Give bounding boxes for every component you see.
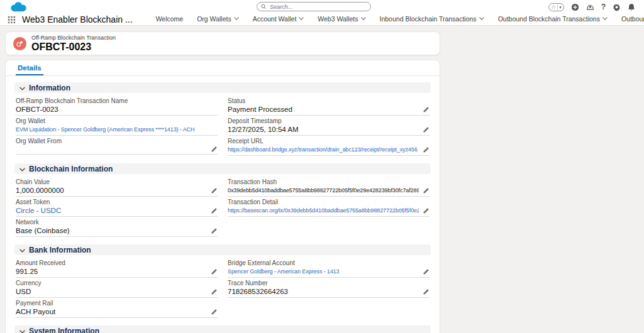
field-receipt-url: Receipt URLhttps://dashboard.bridge.xyz/… [228, 138, 430, 156]
plus-circle-icon [571, 3, 579, 11]
edit-chain-value-button[interactable] [207, 187, 218, 194]
app-launcher-button[interactable] [8, 16, 16, 24]
field-label: Currency [16, 280, 218, 287]
field-value: OFBCT-0023 [16, 106, 58, 114]
field-asset-token: Asset TokenCircle - USDC [16, 199, 218, 217]
field-value-row: 12/27/2025, 10:54 AM [228, 125, 430, 136]
chevron-down-icon [19, 327, 25, 333]
record-details-body: InformationOff-Ramp Blockchain Transacti… [6, 76, 440, 333]
field-label: Network [16, 219, 218, 226]
chevron-down-icon [19, 84, 25, 92]
tab-account-wallet[interactable]: Account Wallet [246, 14, 311, 26]
field-value-link[interactable]: Circle - USDC [16, 207, 61, 215]
field-deposit-timestamp: Deposit Timestamp12/27/2025, 10:54 AM [228, 117, 430, 136]
record-tabs: Details [6, 60, 440, 76]
tab-label: Welcome [156, 15, 184, 23]
field-column-left: Chain Value1,000.0000000Asset TokenCircl… [16, 178, 218, 239]
field-label: Org Wallet [16, 117, 218, 125]
field-value-link[interactable]: Spencer Goldberg - American Express - 14… [228, 268, 339, 276]
notifications-button[interactable] [628, 3, 635, 11]
field-value: ACH Payout [16, 308, 55, 316]
tab-outbound-transaction-approvals[interactable]: Outbound Transaction Approvals [614, 14, 644, 26]
tab-welcome[interactable]: Welcome [149, 14, 191, 26]
edit-amount-received-button[interactable] [207, 268, 218, 275]
field-value-row: USD [16, 287, 218, 298]
search-icon [261, 4, 266, 9]
edit-org-wallet-from-button[interactable] [207, 146, 218, 153]
field-value-row: 991.25 [16, 267, 218, 278]
tab-outbound-blockchain-transactions[interactable]: Outbound Blockchain Transactions [491, 14, 614, 26]
field-value-row: Spencer Goldberg - American Express - 14… [228, 267, 430, 278]
field-value-row: 718268532664263 [228, 287, 430, 298]
edit-receipt-url-button[interactable] [419, 146, 430, 153]
chevron-down-icon [234, 17, 239, 20]
field-status: StatusPayment Processed [228, 97, 430, 116]
field-label: Deposit Timestamp [228, 117, 430, 125]
record-detail-card: Details InformationOff-Ramp Blockchain T… [5, 60, 440, 333]
section-header-bank-information[interactable]: Bank Information [14, 244, 431, 255]
field-value-row: Circle - USDC [16, 206, 218, 217]
section-header-system-information[interactable]: System Information [14, 325, 431, 333]
section-header-information[interactable]: Information [14, 82, 431, 93]
section-header-blockchain-information[interactable]: Blockchain Information [14, 163, 431, 174]
off-ramp-transaction-icon [13, 37, 26, 50]
edit-currency-button[interactable] [207, 288, 218, 295]
page-title: OFBCT-0023 [31, 41, 116, 53]
app-name: Web3 Enabler Blockchain ... [22, 14, 133, 25]
global-actions-button[interactable] [571, 3, 579, 11]
chevron-down-icon [19, 165, 25, 173]
global-header: ☆ ▾ ? [0, 0, 644, 14]
tab-label: Inbound Blockchain Transactions [380, 15, 477, 23]
guidance-center-button[interactable] [586, 3, 594, 11]
field-label: Off-Ramp Blockchain Transaction Name [16, 97, 218, 105]
edit-asset-token-button[interactable] [207, 207, 218, 214]
edit-bridge-external-account-button[interactable] [419, 268, 430, 275]
field-org-wallet-from: Org Wallet From [16, 138, 218, 155]
tab-inbound-blockchain-transactions[interactable]: Inbound Blockchain Transactions [373, 14, 491, 26]
help-button[interactable]: ? [601, 3, 606, 11]
tab-org-wallets[interactable]: Org Wallets [190, 14, 245, 26]
guidance-center-icon [586, 3, 594, 11]
field-value-link[interactable]: EVM Liquidation - Spencer Goldberg (Amer… [16, 126, 194, 134]
field-chain-value: Chain Value1,000.0000000 [16, 178, 218, 197]
field-bridge-external-account: Bridge External AccountSpencer Goldberg … [228, 259, 430, 278]
edit-payment-rail-button[interactable] [207, 308, 218, 315]
edit-transaction-detail-button[interactable] [419, 207, 430, 214]
section-title: Bank Information [29, 246, 91, 254]
tab-web3-wallets[interactable]: Web3 Wallets [311, 14, 372, 26]
field-grid: Off-Ramp Blockchain Transaction NameOFBC… [14, 97, 431, 158]
search-input[interactable] [269, 3, 367, 11]
edit-transaction-hash-button[interactable] [419, 187, 430, 194]
field-currency: CurrencyUSD [16, 280, 218, 298]
edit-status-button[interactable] [419, 106, 430, 113]
field-label: Asset Token [16, 199, 218, 206]
global-search[interactable] [257, 2, 371, 11]
field-transaction-hash: Transaction Hash0x39debb5d410baddbae5755… [228, 178, 430, 197]
section-title: Information [29, 84, 70, 92]
edit-network-button[interactable] [207, 227, 218, 234]
field-org-wallet: Org WalletEVM Liquidation - Spencer Gold… [16, 117, 218, 136]
divider [557, 4, 558, 10]
field-value: Base (Coinbase) [16, 227, 70, 235]
tab-label: Org Wallets [197, 15, 231, 23]
field-value: 0x39debb5d410baddbae5755a8bb98827722b05f… [228, 187, 419, 195]
field-grid: Amount Received991.25CurrencyUSDPayment … [14, 259, 431, 320]
record-highlights-panel: Off-Ramp Blockchain Transaction OFBCT-00… [5, 31, 440, 55]
field-value: 1,000.0000000 [16, 187, 64, 195]
field-value-link[interactable]: https://basescan.org/tx/0x39debb5d410bad… [228, 207, 419, 215]
chevron-down-icon [361, 17, 366, 20]
edit-deposit-timestamp-button[interactable] [419, 126, 430, 133]
favorites-button[interactable]: ☆ ▾ [548, 3, 564, 11]
field-value-row: ACH Payout [16, 307, 218, 318]
field-label: Chain Value [16, 178, 218, 186]
field-value-row: OFBCT-0023 [16, 105, 218, 116]
chevron-down-icon [19, 246, 25, 254]
setup-button[interactable] [613, 3, 621, 11]
field-value-link[interactable]: https://dashboard.bridge.xyz/transaction… [228, 146, 418, 154]
field-off-ramp-blockchain-transaction-name: Off-Ramp Blockchain Transaction NameOFBC… [16, 97, 218, 116]
tab-details[interactable]: Details [16, 61, 43, 75]
field-column-right: StatusPayment ProcessedDeposit Timestamp… [228, 97, 430, 158]
edit-trace-number-button[interactable] [419, 288, 430, 295]
field-value: Payment Processed [228, 106, 292, 114]
tab-label: Account Wallet [253, 15, 297, 23]
